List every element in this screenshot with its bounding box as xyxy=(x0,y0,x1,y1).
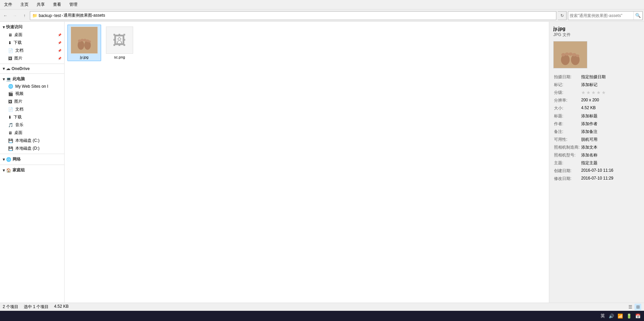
sidebar-onedrive-header[interactable]: ▾ ☁ OneDrive xyxy=(0,65,64,72)
details-value[interactable]: 添加文本 xyxy=(580,143,640,151)
file-area: jy.jpg 🖼 sc.png xyxy=(65,22,549,303)
details-value[interactable]: 添加标记 xyxy=(580,81,640,89)
sidebar-homegroup-header[interactable]: ▾ 🏠 家庭组 xyxy=(0,166,64,174)
star-rating[interactable]: ★★★★★ xyxy=(581,90,607,95)
sidebar-item-documents[interactable]: 📄 文档 📌 xyxy=(0,47,64,54)
pin-icon: 📌 xyxy=(58,49,61,52)
taskbar-battery-icon[interactable]: 🔋 xyxy=(626,312,632,319)
details-row: 分辨率: 200 x 200 xyxy=(553,97,640,104)
download-icon: ⬇ xyxy=(8,115,12,120)
pin-icon: 📌 xyxy=(58,33,61,37)
taskbar: 英 🔊 📶 🔋 📅 xyxy=(0,311,644,321)
sidebar-item-pictures[interactable]: 🖼 图片 📌 xyxy=(0,54,64,62)
sidebar-section-quick-access: ▾ 快速访问 🖥 桌面 📌 ⬇ 下载 📌 📄 文档 📌 🖼 图片 � xyxy=(0,23,64,62)
details-row: 照相机制造商: 添加文本 xyxy=(553,143,640,151)
details-value[interactable]: 指定主题 xyxy=(580,159,640,167)
pin-icon: 📌 xyxy=(58,41,61,45)
details-value: 脱机可用 xyxy=(580,136,640,143)
sidebar-this-pc-header[interactable]: ▾ 💻 此电脑 xyxy=(0,75,64,83)
menu-view[interactable]: 查看 xyxy=(49,0,65,9)
details-row: 拍摄日期: 指定拍摄日期 xyxy=(553,73,640,81)
sidebar-item-pictures-pc[interactable]: 🖼 图片 xyxy=(0,98,64,105)
taskbar-lang-icon[interactable]: 英 xyxy=(599,312,606,319)
details-value: 4.52 KB xyxy=(580,104,640,112)
details-row: 修改日期: 2016-07-10 11:29 xyxy=(553,175,640,183)
homegroup-label: 家庭组 xyxy=(13,167,25,173)
sidebar-item-desktop[interactable]: 🖥 桌面 📌 xyxy=(0,31,64,39)
svg-point-12 xyxy=(565,52,569,56)
menu-share[interactable]: 共享 xyxy=(33,0,49,9)
divider xyxy=(0,154,64,154)
details-row: 标题: 添加标题 xyxy=(553,112,640,120)
onedrive-icon: ☁ xyxy=(6,66,10,71)
taskbar-volume-icon[interactable]: 🔊 xyxy=(608,312,615,319)
file-item-sc[interactable]: 🖼 sc.png xyxy=(103,24,137,61)
sidebar-item-video[interactable]: 🎬 视频 xyxy=(0,90,64,98)
sidebar-item-documents-pc[interactable]: 📄 文档 xyxy=(0,105,64,113)
forward-button[interactable]: → xyxy=(11,12,19,20)
details-value[interactable]: 添加标题 xyxy=(580,112,640,120)
breadcrumb: backup › test › 通用案例效果图-assets xyxy=(39,13,105,18)
menu-file[interactable]: 文件 xyxy=(0,0,16,9)
sidebar-item-my-web[interactable]: 🌐 My Web Sites on I xyxy=(0,83,64,90)
details-row: 创建日期: 2016-07-10 11:16 xyxy=(553,167,640,175)
taskbar-network-icon[interactable]: 📶 xyxy=(617,312,624,319)
sidebar-item-desktop-pc[interactable]: 🖥 桌面 xyxy=(0,129,64,137)
sidebar-item-downloads[interactable]: ⬇ 下载 📌 xyxy=(0,39,64,47)
details-row: 分级: ★★★★★ xyxy=(553,89,640,97)
details-row: 可用性: 脱机可用 xyxy=(553,136,640,143)
network-icon: 🌐 xyxy=(6,157,11,162)
details-value[interactable]: 添加作者 xyxy=(580,120,640,128)
address-box[interactable]: 📁 backup › test › 通用案例效果图-assets xyxy=(30,11,556,20)
list-view-button[interactable]: ☰ xyxy=(627,304,634,310)
file-item-jy[interactable]: jy.jpg xyxy=(67,24,101,61)
details-value[interactable]: 添加名称 xyxy=(580,151,640,159)
details-value[interactable]: 指定拍摄日期 xyxy=(580,73,640,81)
sidebar-quick-access-header[interactable]: ▾ 快速访问 xyxy=(0,23,64,31)
details-row: 备注: 添加备注 xyxy=(553,128,640,136)
sidebar-item-drive-c[interactable]: 💾 本地磁盘 (C:) xyxy=(0,137,64,145)
details-value: 200 x 200 xyxy=(580,97,640,104)
details-label: 拍摄日期: xyxy=(553,73,580,81)
file-thumbnail-sc: 🖼 xyxy=(106,27,133,54)
divider xyxy=(0,73,64,74)
details-label: 作者: xyxy=(553,120,580,128)
details-label: 照相机制造商: xyxy=(553,143,580,151)
details-label: 修改日期: xyxy=(553,175,580,183)
back-button[interactable]: ← xyxy=(1,12,10,20)
network-label: 网络 xyxy=(13,156,21,162)
details-row: 大小: 4.52 KB xyxy=(553,104,640,112)
details-value: 2016-07-10 11:16 xyxy=(580,167,640,175)
sidebar-item-music[interactable]: 🎵 音乐 xyxy=(0,121,64,129)
sidebar-section-this-pc: ▾ 💻 此电脑 🌐 My Web Sites on I 🎬 视频 🖼 图片 📄 … xyxy=(0,75,64,152)
search-button[interactable]: 🔍 xyxy=(633,12,642,20)
details-value[interactable]: 添加备注 xyxy=(580,128,640,136)
svg-point-14 xyxy=(572,53,576,56)
sidebar-section-homegroup: ▾ 🏠 家庭组 xyxy=(0,166,64,174)
icon-view-button[interactable]: ⊞ xyxy=(634,304,641,310)
svg-point-11 xyxy=(561,53,566,56)
details-rating[interactable]: ★★★★★ xyxy=(580,89,640,97)
up-button[interactable]: ↑ xyxy=(20,12,29,20)
search-input[interactable] xyxy=(568,13,633,18)
view-buttons: ☰ ⊞ xyxy=(627,304,641,310)
this-pc-label: 此电脑 xyxy=(13,76,25,82)
details-label: 创建日期: xyxy=(553,167,580,175)
taskbar-calendar-icon[interactable]: 📅 xyxy=(634,312,641,319)
sidebar-item-label: 视频 xyxy=(15,91,23,97)
sidebar-network-header[interactable]: ▾ 🌐 网络 xyxy=(0,155,64,163)
details-label: 大小: xyxy=(553,104,580,112)
drive-icon: 💾 xyxy=(8,146,13,151)
svg-point-15 xyxy=(576,54,579,57)
desktop-icon: 🖥 xyxy=(8,33,12,37)
details-thumbnail xyxy=(553,41,587,68)
details-label: 可用性: xyxy=(553,136,580,143)
sidebar-item-label: My Web Sites on I xyxy=(15,84,48,89)
sidebar-item-downloads-pc[interactable]: ⬇ 下载 xyxy=(0,113,64,121)
menu-home[interactable]: 主页 xyxy=(16,0,33,9)
menu-manage[interactable]: 管理 xyxy=(65,0,82,9)
download-icon: ⬇ xyxy=(8,40,12,45)
sidebar-item-drive-d[interactable]: 💾 本地磁盘 (D:) xyxy=(0,145,64,152)
refresh-button[interactable]: ↻ xyxy=(558,11,567,20)
sidebar-section-network: ▾ 🌐 网络 xyxy=(0,155,64,163)
